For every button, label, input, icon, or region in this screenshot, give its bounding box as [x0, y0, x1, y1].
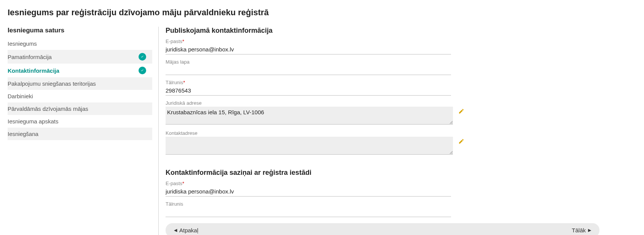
main-content: Publiskojamā kontaktinformācija E-pasts*…: [166, 27, 636, 235]
layout: Iesnieguma saturs IesniegumsPamatinformā…: [8, 27, 636, 235]
back-button[interactable]: ◀ Atpakaļ: [174, 227, 198, 233]
sidebar-item-label: Kontaktinformācija: [8, 67, 59, 74]
sidebar-item-7[interactable]: Iesniegšana: [8, 128, 152, 140]
vertical-divider: [158, 27, 159, 235]
sidebar-item-1[interactable]: Pamatinformācija: [8, 50, 152, 64]
nav-buttons: ◀ Atpakaļ Tālāk ▶: [166, 223, 599, 235]
pencil-icon[interactable]: [458, 138, 464, 145]
sidebar-item-label: Pamatinformācija: [8, 54, 52, 60]
homepage-label: Mājas lapa: [166, 59, 636, 65]
phone-input[interactable]: [166, 86, 451, 96]
pencil-icon[interactable]: [458, 108, 464, 115]
sidebar-item-label: Pārvaldāmās dzīvojamās mājas: [8, 106, 88, 112]
sidebar-item-4[interactable]: Darbinieki: [8, 90, 152, 102]
chevron-right-icon: ▶: [588, 228, 591, 233]
section-registry-heading: Kontaktinformācija saziņai ar reģistra i…: [166, 169, 636, 177]
section-public-heading: Publiskojamā kontaktinformācija: [166, 27, 636, 35]
page-title: Iesniegums par reģistrāciju dzīvojamo mā…: [8, 8, 636, 18]
field-registry-phone: Tālrunis: [166, 201, 636, 217]
email-input[interactable]: [166, 45, 451, 54]
required-mark: *: [182, 38, 184, 44]
field-email: E-pasts*: [166, 38, 636, 54]
contact-address-label: Kontaktadrese: [166, 130, 636, 136]
sidebar-heading: Iesnieguma saturs: [8, 27, 152, 34]
field-registry-email: E-pasts*: [166, 181, 636, 197]
sidebar: Iesnieguma saturs IesniegumsPamatinformā…: [8, 27, 156, 235]
sidebar-item-label: Iesniegšana: [8, 131, 38, 137]
registry-phone-label: Tālrunis: [166, 201, 636, 207]
homepage-input[interactable]: [166, 66, 451, 75]
sidebar-item-label: Iesniegums: [8, 40, 37, 47]
field-contact-address: Kontaktadrese: [166, 130, 636, 156]
contact-address-input[interactable]: [166, 137, 453, 155]
legal-address-input[interactable]: [166, 107, 453, 125]
sidebar-item-5[interactable]: Pārvaldāmās dzīvojamās mājas: [8, 102, 152, 115]
required-mark: *: [182, 181, 184, 186]
registry-phone-input[interactable]: [166, 208, 451, 217]
field-phone: Tālrunis*: [166, 80, 636, 96]
chevron-left-icon: ◀: [174, 228, 177, 233]
sidebar-item-label: Darbinieki: [8, 93, 33, 99]
sidebar-item-label: Iesnieguma apskats: [8, 118, 58, 125]
field-legal-address: Juridiskā adrese: [166, 100, 636, 126]
required-mark: *: [183, 80, 185, 85]
sidebar-item-3[interactable]: Pakalpojumu sniegšanas teritorijas: [8, 77, 152, 90]
sidebar-item-6[interactable]: Iesnieguma apskats: [8, 115, 152, 128]
check-icon: [139, 53, 146, 61]
registry-email-label: E-pasts*: [166, 181, 636, 186]
sidebar-item-2[interactable]: Kontaktinformācija: [8, 64, 152, 77]
next-button[interactable]: Tālāk ▶: [572, 227, 591, 233]
email-label: E-pasts*: [166, 38, 636, 44]
field-homepage: Mājas lapa: [166, 59, 636, 75]
check-icon: [139, 67, 146, 74]
sidebar-item-label: Pakalpojumu sniegšanas teritorijas: [8, 80, 96, 87]
legal-address-label: Juridiskā adrese: [166, 100, 636, 106]
registry-email-input[interactable]: [166, 187, 451, 197]
phone-label: Tālrunis*: [166, 80, 636, 85]
sidebar-item-0[interactable]: Iesniegums: [8, 37, 152, 50]
